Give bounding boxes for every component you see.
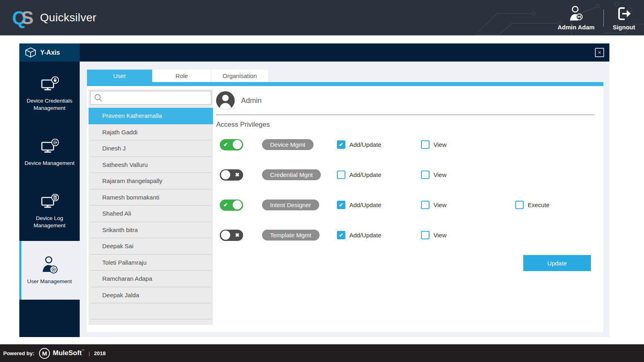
sidebar-item-label: Device Management xyxy=(22,160,77,167)
check-icon: ✔ xyxy=(223,202,228,208)
person-silhouette-icon xyxy=(216,91,235,110)
signout-button[interactable]: Signout xyxy=(613,5,635,31)
user-name: Deepak Sai xyxy=(102,243,134,249)
footer-separator: | xyxy=(89,350,90,356)
check-icon: ✔ xyxy=(339,142,343,147)
window-body: Device Credentials Management Device Man… xyxy=(19,62,609,337)
monitor-gear-icon xyxy=(39,139,60,156)
tab-label: Organisation xyxy=(223,72,257,79)
tab-bar: User Role Organisation xyxy=(87,70,603,82)
view-checkbox[interactable]: ✔ xyxy=(421,171,429,179)
privilege-toggle[interactable]: ✔ ✖ xyxy=(220,230,243,241)
tab-label: User xyxy=(113,72,126,79)
x-icon: ✖ xyxy=(235,172,239,178)
privilege-toggle[interactable]: ✔ ✖ xyxy=(220,200,243,211)
view-checkbox[interactable]: ✔ xyxy=(421,140,429,149)
view-checkbox[interactable]: ✔ xyxy=(421,201,429,209)
tab-label: Role xyxy=(175,72,188,79)
header-divider xyxy=(603,9,604,27)
signout-label: Signout xyxy=(613,24,635,31)
add-update-checkbox[interactable]: ✔ xyxy=(337,201,345,209)
sidebar-nav: Device Credentials Management Device Man… xyxy=(19,62,80,337)
content-area: User Role Organisation Praveen Katherama… xyxy=(80,62,609,337)
user-list-item[interactable]: Praveen Katheramalla xyxy=(89,108,213,124)
close-button[interactable] xyxy=(595,48,604,57)
sidebar-item-device-log-management[interactable]: Device Log Management xyxy=(19,182,80,241)
brand-text: MuleSoft xyxy=(53,349,82,357)
user-list-item[interactable]: Ramesh bommakanti xyxy=(90,189,211,206)
user-list-item[interactable]: Satheesh Valluru xyxy=(90,157,211,173)
user-name: Shahed Ali xyxy=(102,210,131,217)
module-pill: Intent Designer xyxy=(262,200,319,210)
tab-role[interactable]: Role xyxy=(153,70,211,82)
add-update-checkbox[interactable]: ✔ xyxy=(337,171,345,179)
powered-by-label: Powered by: xyxy=(3,350,34,356)
add-update-option: ✔ Add/Update xyxy=(337,201,421,209)
privilege-toggle[interactable]: ✔ ✖ xyxy=(220,169,243,181)
search-box[interactable] xyxy=(90,91,211,105)
trademark: ™ xyxy=(82,349,85,352)
mulesoft-logo-icon: M xyxy=(39,348,50,359)
toggle-knob xyxy=(233,140,242,149)
monitor-log-icon xyxy=(39,194,60,211)
view-option: ✔ View xyxy=(421,171,515,179)
tab-user[interactable]: User xyxy=(87,70,152,82)
admin-user-icon xyxy=(567,5,585,22)
check-icon: ✔ xyxy=(339,202,343,208)
execute-checkbox[interactable]: ✔ xyxy=(515,201,524,209)
user-name: Rajath Gaddi xyxy=(102,129,138,136)
add-update-option: ✔ Add/Update xyxy=(337,171,421,179)
add-update-option: ✔ Add/Update xyxy=(337,231,421,239)
add-update-checkbox[interactable]: ✔ xyxy=(337,231,345,239)
user-list-item[interactable]: Rajath Gaddi xyxy=(90,124,211,141)
app-title: Quicksilver xyxy=(40,11,96,24)
toggle-knob xyxy=(221,230,230,240)
tab-organisation[interactable]: Organisation xyxy=(211,70,268,82)
checkbox-label: View xyxy=(433,141,446,148)
user-list-item[interactable]: Deepak Sai xyxy=(90,238,211,255)
privilege-row-credential-mgnt: ✔ ✖ Credential Mgnt ✔ Add/Update ✔ View xyxy=(216,160,594,190)
user-list-item[interactable]: Deepak Jalda xyxy=(90,287,211,304)
cube-icon xyxy=(25,47,36,58)
user-list-item[interactable]: Shahed Ali xyxy=(90,206,211,222)
checkbox-label: View xyxy=(433,202,446,208)
add-update-checkbox[interactable]: ✔ xyxy=(337,140,345,149)
sidebar-item-user-management[interactable]: User Management xyxy=(19,241,80,300)
sidebar-item-device-credentials-management[interactable]: Device Credentials Management xyxy=(19,65,80,123)
window-title: Y-Axis xyxy=(40,49,60,56)
list-filler xyxy=(90,303,211,319)
check-icon: ✔ xyxy=(339,232,343,238)
user-name: Ramcharan Adapa xyxy=(102,275,152,282)
app-footer: Powered by: M MuleSoft™ | 2018 xyxy=(0,344,644,362)
checkbox-label: Execute xyxy=(528,202,549,208)
accent-bar xyxy=(87,82,603,86)
user-name: Rajaram thangelapally xyxy=(102,177,162,184)
logo-letter-s: S xyxy=(21,8,34,27)
user-gear-icon xyxy=(40,255,59,274)
user-list-item[interactable]: Ramcharan Adapa xyxy=(90,271,211,287)
view-checkbox[interactable]: ✔ xyxy=(421,231,429,239)
current-user: Admin Adam xyxy=(557,5,594,31)
user-list-item[interactable]: Rajaram thangelapally xyxy=(90,173,211,189)
update-button[interactable]: Update xyxy=(523,255,591,271)
privilege-toggle[interactable]: ✔ ✖ xyxy=(220,139,243,150)
checkbox-label: View xyxy=(433,171,446,178)
detail-header: Admin xyxy=(216,91,594,110)
sidebar-item-label: Device Log Management xyxy=(19,215,80,229)
logo-letter: M xyxy=(42,350,47,357)
search-input[interactable] xyxy=(106,94,208,101)
sidebar-item-device-management[interactable]: Device Management xyxy=(19,123,80,182)
user-list-item[interactable]: Toleti Pallamraju xyxy=(90,255,211,271)
checkbox-label: Add/Update xyxy=(349,202,381,208)
sidebar-item-label: User Management xyxy=(25,278,74,285)
divider xyxy=(216,115,594,115)
checkbox-label: Add/Update xyxy=(349,141,381,148)
view-option: ✔ View xyxy=(421,231,515,239)
privilege-row-intent-designer: ✔ ✖ Intent Designer ✔ Add/Update ✔ View xyxy=(216,190,594,220)
user-detail-panel: Admin Access Privileges ✔ ✖ Device Mgmt xyxy=(213,86,603,332)
privilege-row-device-mgmt: ✔ ✖ Device Mgmt ✔ Add/Update ✔ View xyxy=(216,130,594,160)
privilege-row-template-mgmt: ✔ ✖ Template Mgmt ✔ Add/Update ✔ View xyxy=(216,220,594,250)
user-list-item[interactable]: Srikanth bitra xyxy=(90,222,211,239)
search-icon xyxy=(94,93,103,102)
user-list-item[interactable]: Dinesh J xyxy=(90,140,211,157)
